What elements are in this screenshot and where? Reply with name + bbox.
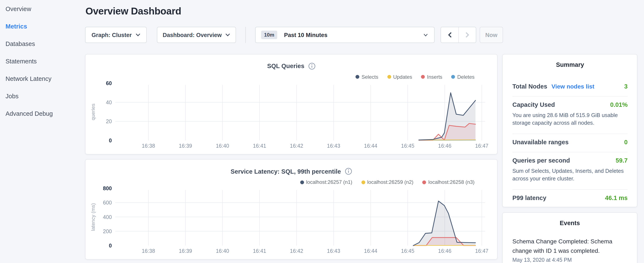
y-tick-label: 0	[109, 137, 112, 143]
x-tick-label: 16:39	[179, 143, 192, 149]
summary-row-p99-latency: P99 latency 46.1 ms	[512, 190, 628, 207]
sql-queries-plot[interactable]: 16:3816:3916:4016:4116:4216:4316:4416:45…	[86, 54, 498, 155]
x-tick-label: 16:47	[475, 248, 488, 254]
chevron-down-icon	[136, 33, 140, 37]
sidebar-item-overview[interactable]: Overview	[0, 0, 83, 18]
x-tick-label: 16:42	[290, 143, 304, 149]
graph-dropdown[interactable]: Graph: Cluster	[85, 27, 147, 43]
y-tick-label: 400	[103, 214, 112, 220]
x-tick-label: 16:40	[216, 248, 229, 254]
x-tick-label: 16:46	[438, 143, 451, 149]
sidebar-nav: OverviewMetricsDatabasesStatementsNetwor…	[0, 0, 83, 263]
summary-row-value: 46.1 ms	[605, 194, 628, 201]
x-tick-label: 16:44	[364, 143, 378, 149]
y-tick-label: 60	[106, 80, 112, 86]
chevron-left-icon	[448, 32, 452, 38]
event-timestamp: May 13, 2020 at 4:45 PM	[512, 257, 627, 263]
summary-row-label: Queries per second	[512, 157, 570, 164]
x-tick-label: 16:41	[253, 248, 266, 254]
y-tick-label: 600	[103, 200, 112, 205]
sql-queries-chart-card: SQL Queries SelectsUpdatesInsertsDeletes…	[85, 54, 498, 154]
events-title: Events	[512, 219, 627, 226]
x-tick-label: 16:39	[179, 248, 192, 254]
event-list-item[interactable]: Schema Change Completed: Schema change w…	[512, 236, 627, 263]
x-tick-label: 16:43	[327, 248, 340, 254]
x-tick-label: 16:38	[142, 248, 155, 254]
summary-row-value: 59.7	[616, 157, 628, 164]
summary-row-unavailable-ranges: Unavailable ranges 0	[512, 134, 628, 152]
x-tick-label: 16:42	[290, 248, 304, 254]
y-tick-label: 200	[103, 228, 112, 234]
sidebar-item-advanced-debug[interactable]: Advanced Debug	[0, 105, 83, 122]
time-range-label: Past 10 Minutes	[284, 32, 328, 38]
view-nodes-list-link[interactable]: View nodes list	[552, 83, 594, 90]
summary-row-value: 0.01%	[610, 101, 628, 108]
summary-row-value: 3	[624, 83, 628, 90]
y-axis-unit-label: latency (ms)	[90, 203, 96, 231]
summary-row-total-nodes: Total Nodes View nodes list 3	[512, 78, 628, 96]
y-tick-label: 20	[106, 118, 112, 124]
summary-row-label: P99 latency	[512, 194, 546, 201]
x-tick-label: 16:41	[253, 143, 266, 149]
summary-panel: Summary Total Nodes View nodes list 3 Ca…	[502, 54, 638, 207]
x-tick-label: 16:38	[142, 143, 155, 149]
time-step-buttons	[440, 27, 476, 43]
y-tick-label: 800	[103, 185, 112, 191]
service-latency-plot[interactable]: 16:3816:3916:4016:4116:4216:4316:4416:45…	[86, 160, 498, 260]
chevron-down-icon	[424, 34, 428, 37]
summary-row-queries-per-second: Queries per second 59.7 Sum of Selects, …	[512, 152, 628, 190]
summary-row-subtext: You are using 28.6 MiB of 515.9 GiB usab…	[512, 111, 628, 127]
sidebar-item-jobs[interactable]: Jobs	[0, 87, 83, 105]
x-tick-label: 16:44	[364, 248, 378, 254]
events-panel: Events Schema Change Completed: Schema c…	[502, 212, 638, 263]
x-tick-label: 16:40	[216, 143, 229, 149]
sidebar-item-databases[interactable]: Databases	[0, 35, 83, 52]
y-axis-unit-label: queries	[90, 103, 96, 120]
app-viewport: OverviewMetricsDatabasesStatementsNetwor…	[0, 0, 644, 263]
sidebar-item-metrics[interactable]: Metrics	[0, 18, 83, 35]
summary-row-value: 0	[624, 139, 628, 145]
summary-row-label: Total Nodes	[512, 83, 547, 90]
time-range-badge: 10m	[261, 31, 277, 39]
summary-row-label: Capacity Used	[512, 101, 555, 108]
summary-row-capacity-used: Capacity Used 0.01% You are using 28.6 M…	[512, 96, 628, 134]
summary-row-subtext: Sum of Selects, Updates, Inserts, and De…	[512, 167, 628, 183]
x-tick-label: 16:46	[438, 248, 451, 254]
now-button[interactable]: Now	[480, 27, 503, 43]
sidebar-item-network-latency[interactable]: Network Latency	[0, 70, 83, 87]
chevron-down-icon	[226, 33, 230, 37]
page-title: Overview Dashboard	[86, 6, 181, 17]
event-text: Schema Change Completed: Schema change w…	[512, 236, 627, 256]
toolbar: Graph: Cluster Dashboard: Overview 10m P…	[85, 27, 503, 43]
dashboard-dropdown-label: Dashboard: Overview	[163, 32, 222, 38]
toolbar-divider	[245, 27, 246, 43]
graph-dropdown-label: Graph: Cluster	[92, 32, 132, 38]
sidebar-item-statements[interactable]: Statements	[0, 52, 83, 70]
service-latency-chart-card: Service Latency: SQL, 99th percentile lo…	[85, 159, 498, 259]
x-tick-label: 16:43	[327, 143, 340, 149]
time-forward-button[interactable]	[458, 27, 476, 43]
x-tick-label: 16:45	[401, 248, 414, 254]
x-tick-label: 16:45	[401, 143, 414, 149]
y-tick-label: 40	[106, 99, 112, 105]
summary-row-label: Unavailable ranges	[512, 139, 568, 145]
dashboard-dropdown[interactable]: Dashboard: Overview	[157, 27, 236, 43]
y-tick-label: 0	[109, 242, 112, 248]
chevron-right-icon	[465, 32, 470, 38]
x-tick-label: 16:47	[475, 143, 488, 149]
time-back-button[interactable]	[441, 27, 458, 43]
summary-title: Summary	[512, 61, 628, 68]
time-range-dropdown[interactable]: 10m Past 10 Minutes	[255, 27, 434, 43]
